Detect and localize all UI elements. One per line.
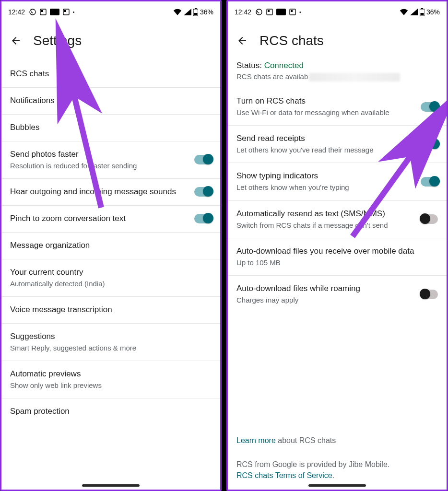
- rcs-footer: Learn more about RCS chats RCS from Goog…: [228, 426, 447, 490]
- app-icon-2: [289, 8, 296, 16]
- rcs-row-3[interactable]: Automatically resend as text (SMS/MMS)Sw…: [228, 200, 447, 238]
- row-subtitle: Up to 105 MB: [236, 258, 438, 268]
- row-title: Turn on RCS chats: [236, 96, 412, 107]
- rcs-row-5[interactable]: Auto-download files while roamingCharges…: [228, 275, 447, 313]
- settings-row-8[interactable]: Voice message transcription: [1, 296, 220, 323]
- row-subtitle: Let others know you've read their messag…: [236, 145, 412, 155]
- nav-pill[interactable]: [308, 484, 366, 487]
- svg-rect-8: [194, 13, 197, 15]
- rcs-settings-list[interactable]: Turn on RCS chatsUse Wi-Fi or data for m…: [228, 88, 447, 426]
- app-icon-2: [62, 8, 70, 16]
- toggle-switch[interactable]: [421, 290, 438, 299]
- rcs-status-block: Status: Connected RCS chats are availab: [228, 61, 447, 88]
- toggle-switch[interactable]: [421, 214, 438, 224]
- row-title: Automatically resend as text (SMS/MMS): [236, 209, 412, 220]
- wifi-icon: [173, 9, 182, 15]
- whatsapp-icon: [255, 8, 263, 16]
- signal-icon: [410, 9, 418, 15]
- row-title: Your current country: [10, 267, 212, 278]
- toggle-switch[interactable]: [194, 214, 212, 223]
- tos-link[interactable]: RCS chats Terms of Service: [236, 471, 332, 479]
- svg-rect-3: [50, 9, 59, 15]
- nav-pill[interactable]: [82, 484, 140, 487]
- row-title: Hear outgoing and incoming message sound…: [10, 187, 186, 198]
- settings-row-7[interactable]: Your current countryAutomatically detect…: [1, 259, 220, 296]
- paytm-icon: [276, 9, 286, 15]
- row-title: Pinch to zoom conversation text: [10, 213, 186, 224]
- settings-row-11[interactable]: Spam protection: [1, 398, 220, 425]
- svg-point-0: [30, 9, 35, 15]
- app-icon: [266, 8, 273, 16]
- page-title: Settings: [33, 33, 82, 48]
- status-value: Connected: [264, 61, 304, 70]
- row-title: Auto-download files while roaming: [236, 283, 412, 294]
- settings-row-5[interactable]: Pinch to zoom conversation text: [1, 205, 220, 232]
- row-title: Message organization: [10, 240, 212, 251]
- row-title: Auto-download files you receive over mob…: [236, 246, 438, 257]
- settings-row-4[interactable]: Hear outgoing and incoming message sound…: [1, 178, 220, 205]
- status-sub-text: RCS chats are availab: [236, 72, 308, 81]
- settings-list[interactable]: RCS chatsNotificationsBubblesSend photos…: [1, 61, 220, 490]
- row-title: Spam protection: [10, 406, 212, 417]
- toggle-switch[interactable]: [421, 102, 438, 112]
- row-title: Voice message transcription: [10, 304, 212, 316]
- row-title: Send read receipts: [236, 133, 412, 144]
- learn-more-suffix: about RCS chats: [276, 436, 336, 444]
- arrow-back-icon: [236, 35, 248, 47]
- row-subtitle: Show only web link previews: [10, 381, 212, 390]
- svg-point-10: [256, 9, 262, 15]
- row-subtitle: Smart Reply, suggested actions & more: [10, 343, 212, 353]
- rcs-row-2[interactable]: Show typing indicatorsLet others know wh…: [228, 163, 447, 200]
- row-title: Suggestions: [10, 331, 212, 342]
- settings-row-9[interactable]: SuggestionsSmart Reply, suggested action…: [1, 323, 220, 361]
- row-title: Show typing indicators: [236, 171, 412, 182]
- battery-text: 36%: [426, 8, 440, 16]
- battery-text: 36%: [200, 8, 213, 16]
- back-button[interactable]: [10, 35, 22, 47]
- phone-settings: 12:42 • 36% Settings RCS chatsNotificati…: [0, 0, 222, 491]
- row-subtitle: Use Wi-Fi or data for messaging when ava…: [236, 108, 412, 117]
- toggle-switch[interactable]: [194, 187, 212, 197]
- settings-row-10[interactable]: Automatic previewsShow only web link pre…: [1, 361, 220, 398]
- settings-row-1[interactable]: Notifications: [1, 87, 220, 114]
- toggle-switch[interactable]: [421, 177, 438, 187]
- phone-rcs-chats: 12:42 • 36% RCS chats Status: Connected …: [226, 0, 448, 491]
- wifi-icon: [400, 9, 408, 15]
- settings-row-3[interactable]: Send photos fasterResolution is reduced …: [1, 141, 220, 178]
- svg-rect-5: [65, 11, 66, 12]
- app-icon: [39, 8, 47, 16]
- row-subtitle: Let others know when you're typing: [236, 183, 412, 192]
- svg-rect-2: [42, 11, 43, 12]
- svg-rect-12: [268, 11, 270, 12]
- status-label: Status:: [236, 61, 264, 70]
- toggle-switch[interactable]: [194, 155, 212, 164]
- row-title: Send photos faster: [10, 149, 186, 160]
- tos-suffix: .: [332, 471, 334, 479]
- signal-icon: [184, 9, 191, 15]
- provider-text: RCS from Google is provided by Jibe Mobi…: [236, 459, 438, 470]
- back-button[interactable]: [236, 35, 248, 47]
- learn-more-link[interactable]: Learn more: [236, 436, 276, 444]
- rcs-header: RCS chats: [228, 23, 447, 61]
- status-bar: 12:42 • 36%: [228, 1, 447, 23]
- status-bar: 12:42 • 36%: [1, 1, 220, 23]
- toggle-switch[interactable]: [421, 140, 438, 149]
- row-title: Notifications: [10, 95, 212, 106]
- settings-row-0[interactable]: RCS chats: [1, 61, 220, 87]
- svg-rect-7: [195, 8, 197, 9]
- svg-rect-18: [420, 13, 424, 15]
- row-subtitle: Charges may apply: [236, 295, 412, 305]
- rcs-row-4[interactable]: Auto-download files you receive over mob…: [228, 238, 447, 275]
- whatsapp-icon: [29, 8, 36, 16]
- svg-rect-17: [421, 8, 423, 9]
- row-title: Automatic previews: [10, 369, 212, 380]
- settings-row-6[interactable]: Message organization: [1, 232, 220, 259]
- dot-icon: •: [73, 10, 75, 15]
- battery-icon: [420, 8, 424, 16]
- rcs-row-1[interactable]: Send read receiptsLet others know you've…: [228, 125, 447, 163]
- settings-row-2[interactable]: Bubbles: [1, 114, 220, 141]
- rcs-row-0[interactable]: Turn on RCS chatsUse Wi-Fi or data for m…: [228, 88, 447, 125]
- redacted-text: [309, 73, 400, 82]
- paytm-icon: [50, 9, 59, 15]
- arrow-back-icon: [10, 35, 22, 47]
